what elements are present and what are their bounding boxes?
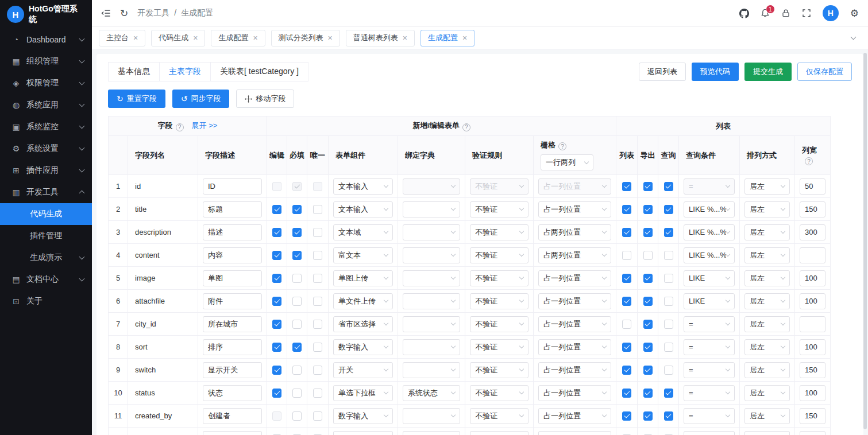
user-avatar[interactable]: H <box>823 5 839 21</box>
grid-select[interactable]: 占两列位置 <box>538 224 611 240</box>
validation-select[interactable]: 不验证 <box>470 362 528 378</box>
sidebar-item-code-generation[interactable]: 代码生成 <box>0 203 92 225</box>
grid-select[interactable]: 占一列位置 <box>538 293 611 309</box>
tab-close-icon[interactable]: × <box>253 34 257 42</box>
align-select[interactable]: 居左 <box>744 316 790 332</box>
help-icon[interactable]: ? <box>558 142 566 150</box>
field-desc-input[interactable] <box>203 431 262 435</box>
grid-select[interactable]: 占一列位置 <box>538 362 611 378</box>
sidebar-item-system-monitor[interactable]: ▣ 系统监控 <box>0 116 92 138</box>
main-scrollbar[interactable] <box>863 53 867 429</box>
save-config-only-button[interactable]: 仅保存配置 <box>797 63 852 81</box>
component-select[interactable]: 开关 <box>333 362 393 378</box>
unique-checkbox[interactable] <box>313 228 322 237</box>
unique-checkbox[interactable] <box>313 251 322 260</box>
list-checkbox[interactable] <box>622 274 631 283</box>
tab-close-icon[interactable]: × <box>403 34 407 42</box>
list-checkbox[interactable] <box>622 228 631 237</box>
query-condition-select[interactable]: = <box>684 408 735 424</box>
validation-select[interactable]: 不验证 <box>470 247 528 263</box>
dict-select[interactable] <box>403 431 460 435</box>
grid-select[interactable]: 占一列位置 <box>538 201 611 218</box>
align-select[interactable]: 居左 <box>744 362 790 378</box>
required-checkbox[interactable] <box>292 274 302 283</box>
field-desc-input[interactable] <box>203 224 262 240</box>
list-checkbox[interactable] <box>622 366 631 375</box>
align-select[interactable]: 居左 <box>744 270 790 286</box>
required-checkbox[interactable] <box>292 297 302 306</box>
query-checkbox[interactable] <box>664 320 673 329</box>
submit-generate-button[interactable]: 提交生成 <box>744 63 792 81</box>
unique-checkbox[interactable] <box>313 274 322 283</box>
notification-bell-icon[interactable]: 1 <box>761 9 770 18</box>
tab-test-category-list[interactable]: 测试分类列表 × <box>271 30 340 46</box>
required-checkbox[interactable] <box>292 366 302 375</box>
component-select[interactable]: 文本域 <box>333 224 393 240</box>
field-desc-input[interactable] <box>203 385 262 401</box>
component-select[interactable]: 单选下拉框 <box>333 385 393 401</box>
query-condition-select[interactable]: LIKE %...% <box>684 247 735 263</box>
tab-close-icon[interactable]: × <box>462 34 467 42</box>
export-checkbox[interactable] <box>643 366 653 375</box>
validation-select[interactable]: 不验证 <box>470 224 528 240</box>
required-checkbox[interactable] <box>292 343 302 352</box>
query-checkbox[interactable] <box>664 182 673 191</box>
column-width-input[interactable] <box>800 201 825 218</box>
query-condition-select[interactable]: LIKE <box>684 293 735 309</box>
dict-select[interactable] <box>403 247 460 263</box>
sidebar-item-organization[interactable]: ▦ 组织管理 <box>0 51 92 72</box>
validation-select[interactable]: 不验证 <box>470 408 528 424</box>
column-width-input[interactable] <box>800 408 825 424</box>
align-select[interactable]: 居左 <box>744 385 790 401</box>
component-select[interactable] <box>333 431 393 435</box>
fullscreen-icon[interactable] <box>802 9 811 18</box>
expand-link[interactable]: 展开 >> <box>192 121 218 130</box>
required-checkbox[interactable] <box>292 228 302 237</box>
align-select[interactable]: 居左 <box>744 178 790 195</box>
required-checkbox[interactable] <box>292 205 302 214</box>
grid-select[interactable]: 占一列位置 <box>538 408 611 424</box>
grid-select[interactable]: 占两列位置 <box>538 247 611 263</box>
list-checkbox[interactable] <box>622 205 631 214</box>
query-condition-select[interactable]: LIKE <box>684 270 735 286</box>
query-checkbox[interactable] <box>664 389 673 398</box>
tab-main-table-fields[interactable]: 主表字段 <box>159 62 211 81</box>
export-checkbox[interactable] <box>643 182 653 191</box>
tab-close-icon[interactable]: × <box>133 34 138 42</box>
field-desc-input[interactable] <box>203 408 262 424</box>
sidebar-collapse-icon[interactable] <box>101 9 111 18</box>
dict-select[interactable] <box>403 224 460 240</box>
column-width-input[interactable] <box>800 431 825 435</box>
required-checkbox[interactable] <box>292 389 302 398</box>
edit-checkbox[interactable] <box>272 228 281 237</box>
tabs-dropdown-button[interactable] <box>845 37 861 39</box>
help-icon[interactable]: ? <box>176 123 184 131</box>
query-condition-select[interactable]: LIKE %...% <box>684 201 735 218</box>
validation-select[interactable]: 不验证 <box>470 293 528 309</box>
export-checkbox[interactable] <box>643 274 653 283</box>
edit-checkbox[interactable] <box>272 205 281 214</box>
list-checkbox[interactable] <box>622 297 631 306</box>
query-condition-select[interactable]: = <box>684 339 735 355</box>
validation-select[interactable]: 不验证 <box>470 270 528 286</box>
query-checkbox[interactable] <box>664 297 673 306</box>
grid-select[interactable]: 占一列位置 <box>538 385 611 401</box>
align-select[interactable]: 居左 <box>744 293 790 309</box>
grid-default-select[interactable]: 一行两列 <box>541 154 593 170</box>
sidebar-item-about[interactable]: ⊡ 关于 <box>0 290 92 312</box>
unique-checkbox[interactable] <box>313 343 322 352</box>
align-select[interactable]: 居左 <box>744 201 790 218</box>
column-width-input[interactable] <box>800 270 825 286</box>
unique-checkbox[interactable] <box>313 366 322 375</box>
export-checkbox[interactable] <box>643 297 653 306</box>
required-checkbox[interactable] <box>292 320 302 329</box>
sync-fields-button[interactable]: ↺ 同步字段 <box>172 90 230 108</box>
query-checkbox[interactable] <box>664 411 673 421</box>
edit-checkbox[interactable] <box>272 343 281 352</box>
export-checkbox[interactable] <box>643 251 653 260</box>
component-select[interactable]: 数字输入 <box>333 339 393 355</box>
column-width-input[interactable] <box>800 362 825 378</box>
component-select[interactable]: 省市区选择 <box>333 316 393 332</box>
dict-select[interactable] <box>403 201 460 218</box>
field-desc-input[interactable] <box>203 362 262 378</box>
